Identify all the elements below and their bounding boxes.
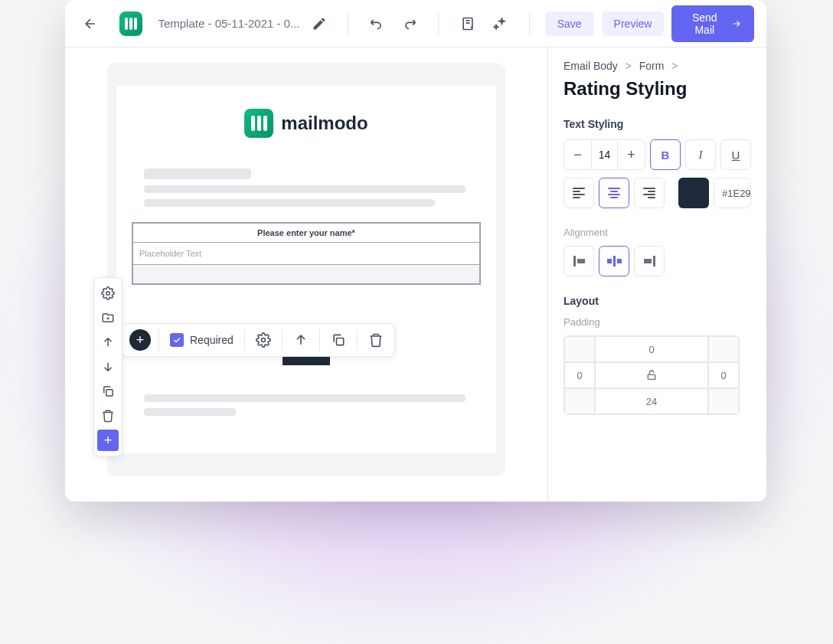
form-field-empty — [133, 265, 479, 283]
magic-icon[interactable] — [487, 10, 514, 38]
undo-button[interactable] — [364, 10, 390, 38]
placeholder-line — [144, 408, 236, 416]
color-swatch[interactable] — [678, 178, 709, 208]
block-toolbar: + Required — [121, 323, 395, 357]
breadcrumb[interactable]: Email Body > Form > — [564, 60, 751, 72]
template-name[interactable]: Template - 05-11-2021 - 0... — [158, 17, 299, 30]
breadcrumb-item[interactable]: Form — [639, 60, 665, 72]
padding-control[interactable]: 0 0 0 24 — [564, 335, 740, 415]
back-button[interactable] — [77, 10, 104, 38]
brand-header: mailmodo — [132, 109, 481, 138]
svg-rect-5 — [648, 374, 655, 379]
move-up-icon[interactable] — [97, 332, 119, 353]
padding-right[interactable]: 0 — [708, 362, 739, 388]
required-toggle[interactable]: Required — [159, 333, 244, 347]
svg-point-1 — [106, 292, 110, 296]
send-mail-button[interactable]: Send Mail — [671, 5, 754, 42]
text-styling-section: Text Styling − 14 + B I U — [564, 118, 751, 208]
bold-button[interactable]: B — [650, 139, 681, 170]
padding-bottom[interactable]: 24 — [595, 388, 708, 414]
svg-rect-4 — [336, 338, 343, 345]
checkbox-icon — [170, 333, 184, 347]
main: + mailmodo Please enter your name* Place… — [65, 47, 766, 502]
chevron-right-icon: > — [671, 60, 678, 72]
redo-button[interactable] — [397, 10, 423, 38]
breadcrumb-item[interactable]: Email Body — [564, 60, 618, 72]
brand-name: mailmodo — [281, 113, 368, 134]
align-right-button[interactable] — [634, 178, 665, 208]
arrow-right-icon — [731, 18, 742, 30]
app-logo — [119, 11, 143, 36]
placeholder-line — [144, 394, 466, 402]
svg-point-3 — [261, 338, 265, 342]
color-hex-input[interactable]: #1E293B — [714, 178, 751, 208]
form-field-input[interactable]: Placeholder Text — [133, 243, 479, 265]
preview-button[interactable]: Preview — [602, 11, 665, 36]
section-label: Text Styling — [564, 118, 751, 130]
valign-right-button[interactable] — [634, 246, 665, 276]
lock-icon[interactable] — [595, 362, 708, 388]
email-canvas[interactable]: + mailmodo Please enter your name* Place… — [107, 63, 505, 476]
side-toolbar: + — [93, 277, 122, 456]
block-move-up-icon[interactable] — [283, 332, 319, 348]
send-mail-label: Send Mail — [684, 11, 725, 36]
align-left-button[interactable] — [564, 178, 594, 208]
canvas-area: + mailmodo Please enter your name* Place… — [65, 47, 547, 502]
move-down-icon[interactable] — [97, 356, 119, 378]
delete-icon[interactable] — [97, 405, 119, 427]
duplicate-icon[interactable] — [97, 381, 119, 402]
font-size-stepper[interactable]: − 14 + — [564, 139, 645, 170]
topbar: Template - 05-11-2021 - 0... Save Previe… — [65, 0, 766, 47]
section-label: Alignment — [564, 227, 751, 238]
decrease-button[interactable]: − — [564, 140, 591, 169]
padding-top[interactable]: 0 — [595, 336, 708, 362]
svg-rect-2 — [106, 390, 113, 396]
placeholder-line — [144, 168, 251, 179]
add-element-button[interactable]: + — [129, 329, 151, 351]
save-button[interactable]: Save — [545, 11, 594, 36]
properties-panel: Email Body > Form > Rating Styling Text … — [547, 47, 766, 502]
block-delete-icon[interactable] — [358, 332, 394, 348]
form-field-label: Please enter your name* — [133, 224, 479, 243]
increase-button[interactable]: + — [618, 140, 645, 169]
app-window: Template - 05-11-2021 - 0... Save Previe… — [65, 0, 766, 502]
notes-icon[interactable] — [454, 10, 481, 38]
block-duplicate-icon[interactable] — [320, 332, 357, 348]
edit-name-icon[interactable] — [306, 10, 333, 38]
align-center-button[interactable] — [599, 178, 629, 208]
placeholder-line — [144, 199, 435, 207]
layout-section: Layout Padding 0 0 0 24 — [564, 295, 751, 415]
italic-button[interactable]: I — [685, 139, 716, 170]
section-label: Layout — [564, 295, 751, 307]
add-block-button[interactable]: + — [97, 430, 119, 451]
valign-center-button[interactable] — [599, 246, 629, 276]
chevron-right-icon: > — [626, 60, 632, 72]
folder-add-icon[interactable] — [97, 307, 119, 329]
placeholder-line — [144, 185, 466, 193]
block-settings-icon[interactable] — [245, 332, 282, 348]
font-size-value: 14 — [591, 140, 618, 169]
section-sublabel: Padding — [564, 316, 751, 328]
valign-left-button[interactable] — [564, 246, 594, 276]
underline-button[interactable]: U — [720, 139, 751, 170]
canvas-inner: mailmodo Please enter your name* Placeho… — [116, 86, 496, 453]
brand-logo-icon — [244, 109, 273, 138]
panel-title: Rating Styling — [564, 78, 751, 100]
padding-left[interactable]: 0 — [564, 362, 595, 388]
form-block[interactable]: Please enter your name* Placeholder Text — [132, 222, 481, 285]
required-label: Required — [190, 334, 234, 346]
alignment-section: Alignment — [564, 227, 751, 276]
settings-icon[interactable] — [97, 283, 119, 304]
